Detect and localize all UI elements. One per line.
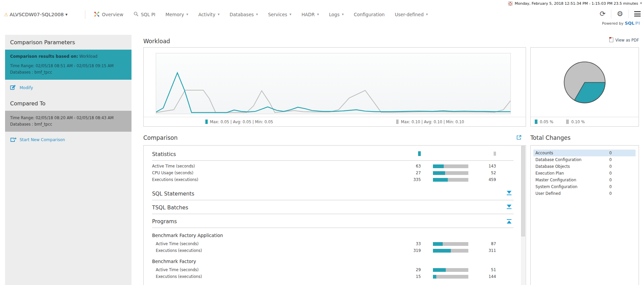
nav-item-sql-pi[interactable]: SQL PI [134,11,155,18]
secondary-period-box[interactable]: Time Range: 02/05/18 08:20 AM - 02/05/18… [5,111,131,132]
powered-by-label: Powered by [602,21,623,26]
total-changes-row[interactable]: System Configuration0 [533,183,636,190]
chevron-down-icon: ▼ [426,13,428,16]
chevron-down-icon: ▼ [256,13,258,16]
nav-item-memory[interactable]: Memory▼ [166,12,188,17]
comparison-bar [433,249,468,253]
workload-panel: Max: 0.05 | Avg: 0.05 | Min: 0.05Max: 0.… [143,47,526,127]
navbar: ⚠ ALVSCDW07-SQL2008 ▼ OverviewSQL PIMemo… [0,7,577,22]
secondary-databases: Databases : bmf_tpcc [10,122,126,127]
clock-icon [508,1,513,6]
expand-section-icon[interactable] [507,205,511,210]
divider [85,10,85,19]
workload-chart-legend: Max: 0.05 | Avg: 0.05 | Min: 0.05Max: 0.… [144,117,526,126]
divider [611,9,611,18]
sqlpi-logo: SQL [625,21,635,26]
secondary-time-range: Time Range: 02/05/18 08:20 AM - 02/05/18… [10,115,126,120]
metric-row: Active Time (seconds) 29 51 [152,266,514,273]
section-header-programs[interactable]: Programs [152,214,514,228]
nav-item-user-defined[interactable]: User-defined▼ [395,12,428,17]
workload-title: Workload [143,38,170,45]
hamburger-menu-icon[interactable] [634,11,641,17]
total-changes-row[interactable]: Master Configuration0 [533,177,636,183]
legend-entry: Max: 0.10 | Avg: 0.10 | Min: 0.10 [396,120,464,124]
legend-swatch [396,120,399,124]
workload-line-chart[interactable] [156,53,511,114]
total-changes-row[interactable]: Execution Plan0 [533,170,636,177]
collapse-section-icon[interactable] [507,218,511,224]
comparison-bar [433,171,468,175]
program-name: Benchmark Factory [152,254,514,266]
comparison-panel: Statistics Active Time (seconds) 63 143 … [143,145,526,285]
scrollbar[interactable] [521,146,525,285]
nav-item-hadr[interactable]: HADR▼ [301,12,319,17]
workload-pie-panel: 0.05 %0.10 % [530,47,639,127]
nav-item-activity[interactable]: Activity▼ [198,12,219,17]
comparison-bar [433,242,468,246]
modify-button[interactable]: Modify [5,80,131,96]
workload-pie-chart[interactable] [531,48,639,117]
pie-legend: 0.05 %0.10 % [531,117,639,126]
refresh-icon[interactable]: ⟳ [600,10,606,18]
warning-icon: ⚠ [4,12,8,17]
total-changes-row[interactable]: Database Configuration0 [533,156,636,163]
time-range-display[interactable]: Monday, February 5, 2018 12:51:34 PM - 1… [515,1,638,6]
section-header-sql-statements[interactable]: SQL Statements [152,186,514,200]
total-changes-row[interactable]: Accounts0 [533,150,636,156]
statistics-title: Statistics [152,147,397,160]
metric-row: Executions (executions) 335 459 [152,176,514,183]
comparison-bar [433,164,468,168]
comparison-parameters-panel: Comparison Parameters Comparison results… [5,35,131,285]
metric-row: Active Time (seconds) 63 143 [152,163,514,170]
primary-period-box[interactable]: Comparison results based on: Workload Ti… [5,50,131,80]
expand-section-icon[interactable] [507,191,511,196]
chevron-down-icon[interactable]: ▼ [65,13,67,16]
total-changes-panel: Accounts0 Database Configuration0 Databa… [530,145,639,285]
share-arrow-icon [10,136,17,143]
chevron-down-icon: ▼ [317,13,319,16]
metric-row: Executions (executions) 319 311 [152,247,514,254]
start-new-comparison-button[interactable]: Start New Comparison [5,132,131,148]
scrollbar-thumb[interactable] [521,146,525,236]
server-selector[interactable]: ALVSCDW07-SQL2008 [10,12,64,17]
chevron-down-icon: ▼ [218,13,219,16]
view-as-pdf-link[interactable]: View as PDF [609,37,639,43]
metric-row: CPU Usage (seconds) 27 52 [152,170,514,176]
nav-item-databases[interactable]: Databases▼ [230,12,258,17]
chevron-down-icon: ▼ [342,13,344,16]
legend-entry: Max: 0.05 | Avg: 0.05 | Min: 0.05 [205,120,273,124]
chevron-down-icon[interactable]: ▼ [640,2,642,5]
primary-databases: Databases : bmf_tpcc [10,70,126,75]
nav-menu: OverviewSQL PIMemory▼Activity▼Databases▼… [94,11,428,18]
nav-item-logs[interactable]: Logs▼ [329,12,344,17]
pinwheel-icon [94,11,99,18]
comparison-parameters-title: Comparison Parameters [5,35,131,50]
nav-item-services[interactable]: Services▼ [268,12,291,17]
based-on-value: Workload [79,54,97,59]
program-group: Benchmark Factory Application Active Tim… [152,228,514,254]
divider [628,9,629,18]
pie-legend-entry: 0.05 % [535,120,553,124]
section-header-tsql-batches[interactable]: TSQL Batches [152,200,514,214]
magnifier-icon [134,11,139,18]
legend-swatch [205,120,208,124]
edit-pencil-icon [10,84,17,91]
comparison-title: Comparison [143,134,178,141]
nav-item-overview[interactable]: Overview [94,11,123,18]
based-on-label: Comparison results based on: [10,54,78,59]
total-changes-row[interactable]: User Defined0 [533,190,636,197]
gear-icon[interactable]: ⚙ [617,10,623,18]
comparison-bar [433,178,468,182]
period1-swatch [418,151,421,156]
external-link-icon[interactable] [517,135,522,141]
compared-to-title: Compared To [5,96,131,111]
period2-swatch [494,152,496,156]
metric-row: Active Time (seconds) 33 87 [152,240,514,247]
program-group: Benchmark Factory Active Time (seconds) … [152,254,514,280]
pdf-file-icon [609,37,613,43]
comparison-bar [433,275,468,279]
program-name: Benchmark Factory Application [152,228,514,240]
total-changes-row[interactable]: Database Objects0 [533,163,636,170]
top-status-bar: Monday, February 5, 2018 12:51:34 PM - 1… [0,0,644,7]
nav-item-configuration[interactable]: Configuration [354,12,385,17]
